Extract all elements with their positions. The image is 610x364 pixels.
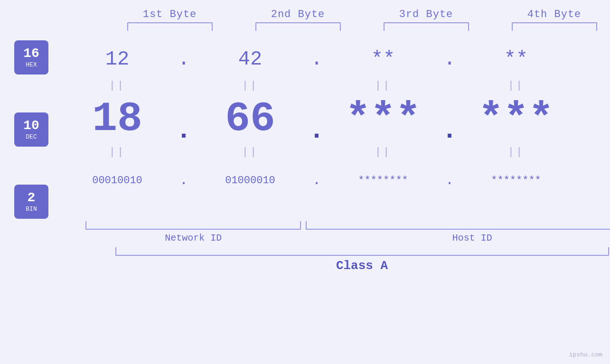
class-bracket-row: [28, 247, 610, 256]
sep-icon-1b: ||: [242, 80, 258, 92]
dec-b2-cell: 66: [196, 95, 305, 142]
sep-icon-2b: ||: [242, 146, 258, 158]
bracket-line-3: [384, 22, 469, 31]
watermark: ipshu.com: [569, 351, 602, 358]
hex-badge-number: 16: [23, 47, 39, 60]
byte3-header: 3rd Byte: [362, 9, 490, 20]
byte-headers-row: 1st Byte 2nd Byte 3rd Byte 4th Byte: [28, 9, 610, 20]
class-label: Class A: [115, 259, 609, 273]
sep-row-2: || || || ||: [63, 145, 610, 159]
bracket-cell-3: [362, 22, 490, 31]
bin-dot-3: .: [438, 172, 461, 188]
bracket-cell-2: [234, 22, 362, 31]
sep-icon-1a: ||: [109, 80, 125, 92]
dec-b3-value: ***: [346, 95, 421, 142]
sep-icon-1c: ||: [375, 80, 391, 92]
bin-b1-cell: 00010010: [63, 175, 172, 187]
class-label-row: Class A: [28, 259, 610, 273]
host-id-bracket: [306, 221, 610, 230]
bin-b4-value: ********: [491, 175, 541, 187]
sep-icon-2c: ||: [375, 146, 391, 158]
top-brackets-row: [28, 22, 610, 31]
hex-b2-cell: 42: [196, 48, 305, 71]
byte2-header: 2nd Byte: [234, 9, 362, 20]
dec-b1-cell: 18: [63, 95, 172, 142]
bracket-line-2: [255, 22, 341, 31]
bin-b1-value: 00010010: [92, 175, 142, 187]
bracket-cell-4: [490, 22, 610, 31]
hex-b1-value: 12: [105, 48, 129, 71]
sep-row-1: || || || ||: [63, 78, 610, 93]
badges-column: 16 HEX 10 DEC 2 BIN: [14, 40, 48, 219]
dec-b4-value: ***: [479, 95, 554, 142]
bin-badge-number: 2: [28, 191, 36, 205]
hex-b3-value: **: [371, 48, 395, 71]
hex-b3-cell: **: [328, 48, 438, 71]
hex-b1-cell: 12: [63, 48, 172, 71]
byte1-header: 1st Byte: [106, 9, 234, 20]
bin-b2-value: 01000010: [225, 175, 275, 187]
hex-data-row: 12 . 42 . ** . **: [63, 40, 610, 78]
class-bracket: [115, 247, 609, 256]
network-id-bracket: [85, 221, 301, 230]
data-columns: 12 . 42 . ** . **: [63, 36, 610, 202]
host-id-label: Host ID: [306, 233, 610, 243]
hex-dot-1: .: [172, 49, 196, 69]
hex-b2-value: 42: [238, 48, 262, 71]
hex-b4-value: **: [504, 48, 528, 71]
bracket-cell-1: [106, 22, 234, 31]
byte4-header: 4th Byte: [490, 9, 610, 20]
dec-dot-3: .: [438, 116, 461, 146]
hex-badge-label: HEX: [26, 61, 37, 68]
dec-b2-value: 66: [225, 95, 275, 142]
dec-b4-cell: ***: [461, 95, 571, 142]
dec-badge: 10 DEC: [14, 112, 48, 147]
main-container: 1st Byte 2nd Byte 3rd Byte 4th Byte 16 H…: [0, 0, 610, 364]
bin-b4-cell: ********: [461, 175, 571, 187]
dec-badge-number: 10: [23, 119, 39, 132]
sep-icon-2a: ||: [109, 146, 125, 158]
bin-badge-label: BIN: [26, 205, 37, 213]
sep-icon-2d: ||: [508, 146, 524, 158]
bin-b2-cell: 01000010: [196, 175, 305, 187]
hex-badge: 16 HEX: [14, 40, 48, 75]
hex-dot-2: .: [305, 49, 328, 69]
bracket-line-4: [512, 22, 597, 31]
dec-dot-2: .: [305, 116, 328, 146]
bottom-brackets-area: [28, 221, 610, 230]
id-labels-row: Network ID Host ID: [28, 233, 610, 243]
bin-data-row: 00010010 . 01000010 . ******** .: [63, 159, 610, 202]
bin-b3-value: ********: [358, 175, 408, 187]
bin-b3-cell: ********: [328, 175, 438, 187]
dec-b3-cell: ***: [328, 95, 438, 142]
sep-icon-1d: ||: [508, 80, 524, 92]
bin-badge: 2 BIN: [14, 185, 48, 219]
bracket-line-1: [127, 22, 213, 31]
dec-dot-1: .: [172, 116, 196, 146]
hex-b4-cell: **: [461, 48, 571, 71]
dec-data-row: 18 . 66 . *** . ***: [63, 93, 610, 145]
dec-badge-label: DEC: [26, 133, 37, 140]
hex-dot-3: .: [438, 49, 461, 69]
content-area: 16 HEX 10 DEC 2 BIN 12 .: [0, 36, 610, 219]
dec-b1-value: 18: [92, 95, 142, 142]
network-id-label: Network ID: [85, 233, 301, 243]
bin-dot-1: .: [172, 172, 196, 188]
bin-dot-2: .: [305, 172, 328, 188]
